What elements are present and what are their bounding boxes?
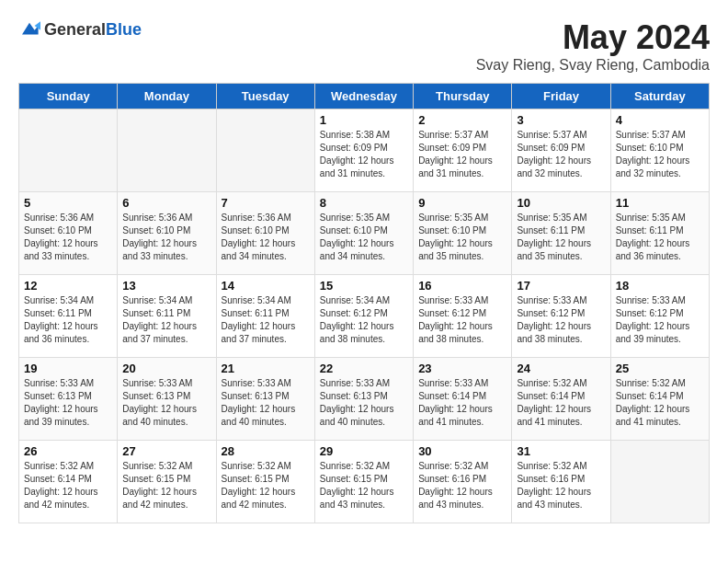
month-title: May 2024 — [476, 18, 710, 57]
calendar-cell: 28Sunrise: 5:32 AM Sunset: 6:15 PM Dayli… — [216, 441, 314, 523]
day-info: Sunrise: 5:32 AM Sunset: 6:15 PM Dayligh… — [222, 460, 310, 511]
day-info: Sunrise: 5:37 AM Sunset: 6:09 PM Dayligh… — [517, 129, 605, 180]
logo-general: General — [44, 20, 106, 39]
day-header-friday: Friday — [512, 84, 610, 109]
calendar-cell: 11Sunrise: 5:35 AM Sunset: 6:11 PM Dayli… — [610, 192, 709, 275]
calendar-table: SundayMondayTuesdayWednesdayThursdayFrid… — [18, 83, 710, 523]
day-info: Sunrise: 5:32 AM Sunset: 6:15 PM Dayligh… — [122, 460, 210, 511]
calendar-cell: 26Sunrise: 5:32 AM Sunset: 6:14 PM Dayli… — [19, 441, 118, 523]
day-info: Sunrise: 5:37 AM Sunset: 6:10 PM Dayligh… — [616, 129, 704, 180]
day-number: 25 — [616, 362, 704, 375]
day-info: Sunrise: 5:35 AM Sunset: 6:10 PM Dayligh… — [320, 212, 408, 263]
day-number: 13 — [122, 279, 210, 293]
calendar-cell: 24Sunrise: 5:32 AM Sunset: 6:14 PM Dayli… — [512, 358, 610, 441]
day-number: 19 — [24, 362, 112, 375]
calendar-cell: 21Sunrise: 5:33 AM Sunset: 6:13 PM Dayli… — [216, 358, 314, 441]
day-number: 30 — [418, 444, 506, 458]
day-number: 31 — [517, 444, 605, 458]
day-info: Sunrise: 5:33 AM Sunset: 6:13 PM Dayligh… — [24, 377, 112, 429]
calendar-cell: 23Sunrise: 5:33 AM Sunset: 6:14 PM Dayli… — [414, 358, 512, 441]
day-info: Sunrise: 5:33 AM Sunset: 6:14 PM Dayligh… — [418, 377, 506, 429]
day-header-thursday: Thursday — [414, 84, 512, 109]
day-info: Sunrise: 5:33 AM Sunset: 6:12 PM Dayligh… — [616, 294, 704, 346]
day-number: 8 — [320, 196, 408, 210]
day-number: 5 — [24, 196, 112, 210]
day-info: Sunrise: 5:38 AM Sunset: 6:09 PM Dayligh… — [320, 129, 408, 180]
svg-marker-0 — [22, 23, 39, 35]
logo-blue: Blue — [106, 20, 142, 39]
day-info: Sunrise: 5:32 AM Sunset: 6:16 PM Dayligh… — [418, 460, 506, 511]
day-number: 4 — [616, 113, 704, 127]
day-header-monday: Monday — [118, 84, 216, 109]
calendar-cell: 8Sunrise: 5:35 AM Sunset: 6:10 PM Daylig… — [314, 192, 413, 275]
day-info: Sunrise: 5:36 AM Sunset: 6:10 PM Dayligh… — [24, 212, 112, 263]
day-number: 7 — [222, 196, 310, 210]
calendar-cell: 10Sunrise: 5:35 AM Sunset: 6:11 PM Dayli… — [512, 192, 610, 275]
calendar-cell: 4Sunrise: 5:37 AM Sunset: 6:10 PM Daylig… — [610, 109, 709, 192]
calendar-cell: 1Sunrise: 5:38 AM Sunset: 6:09 PM Daylig… — [314, 109, 413, 192]
calendar-cell: 2Sunrise: 5:37 AM Sunset: 6:09 PM Daylig… — [414, 109, 512, 192]
day-info: Sunrise: 5:35 AM Sunset: 6:11 PM Dayligh… — [616, 212, 704, 263]
day-info: Sunrise: 5:33 AM Sunset: 6:13 PM Dayligh… — [320, 377, 408, 429]
day-number: 9 — [418, 196, 506, 210]
day-number: 23 — [418, 362, 506, 375]
calendar-cell: 6Sunrise: 5:36 AM Sunset: 6:10 PM Daylig… — [118, 192, 216, 275]
day-info: Sunrise: 5:33 AM Sunset: 6:12 PM Dayligh… — [517, 294, 605, 346]
calendar-cell — [19, 109, 118, 192]
day-info: Sunrise: 5:33 AM Sunset: 6:13 PM Dayligh… — [222, 377, 310, 429]
day-number: 16 — [418, 279, 506, 293]
day-number: 2 — [418, 113, 506, 127]
logo: GeneralBlue — [18, 18, 142, 40]
calendar-cell: 25Sunrise: 5:32 AM Sunset: 6:14 PM Dayli… — [610, 358, 709, 441]
day-header-tuesday: Tuesday — [216, 84, 314, 109]
day-number: 26 — [24, 444, 112, 458]
calendar-cell: 9Sunrise: 5:35 AM Sunset: 6:10 PM Daylig… — [414, 192, 512, 275]
day-number: 17 — [517, 279, 605, 293]
calendar-cell — [118, 109, 216, 192]
calendar-cell: 3Sunrise: 5:37 AM Sunset: 6:09 PM Daylig… — [512, 109, 610, 192]
calendar-cell — [610, 441, 709, 523]
calendar-cell: 7Sunrise: 5:36 AM Sunset: 6:10 PM Daylig… — [216, 192, 314, 275]
day-number: 15 — [320, 279, 408, 293]
day-number: 12 — [24, 279, 112, 293]
calendar-cell: 29Sunrise: 5:32 AM Sunset: 6:15 PM Dayli… — [314, 441, 413, 523]
day-number: 29 — [320, 444, 408, 458]
calendar-cell: 14Sunrise: 5:34 AM Sunset: 6:11 PM Dayli… — [216, 275, 314, 358]
calendar-cell: 22Sunrise: 5:33 AM Sunset: 6:13 PM Dayli… — [314, 358, 413, 441]
calendar-cell: 5Sunrise: 5:36 AM Sunset: 6:10 PM Daylig… — [19, 192, 118, 275]
calendar-cell: 18Sunrise: 5:33 AM Sunset: 6:12 PM Dayli… — [610, 275, 709, 358]
day-info: Sunrise: 5:33 AM Sunset: 6:13 PM Dayligh… — [122, 377, 210, 429]
calendar-cell: 30Sunrise: 5:32 AM Sunset: 6:16 PM Dayli… — [414, 441, 512, 523]
day-number: 21 — [222, 362, 310, 375]
title-area: May 2024 Svay Rieng, Svay Rieng, Cambodi… — [476, 18, 710, 74]
day-number: 18 — [616, 279, 704, 293]
calendar-cell: 19Sunrise: 5:33 AM Sunset: 6:13 PM Dayli… — [19, 358, 118, 441]
day-info: Sunrise: 5:35 AM Sunset: 6:11 PM Dayligh… — [517, 212, 605, 263]
calendar-cell: 16Sunrise: 5:33 AM Sunset: 6:12 PM Dayli… — [414, 275, 512, 358]
calendar-cell: 31Sunrise: 5:32 AM Sunset: 6:16 PM Dayli… — [512, 441, 610, 523]
day-number: 20 — [122, 362, 210, 375]
day-info: Sunrise: 5:34 AM Sunset: 6:11 PM Dayligh… — [122, 294, 210, 346]
calendar-cell: 27Sunrise: 5:32 AM Sunset: 6:15 PM Dayli… — [118, 441, 216, 523]
day-number: 28 — [222, 444, 310, 458]
day-info: Sunrise: 5:32 AM Sunset: 6:14 PM Dayligh… — [24, 460, 112, 511]
day-info: Sunrise: 5:33 AM Sunset: 6:12 PM Dayligh… — [418, 294, 506, 346]
day-header-sunday: Sunday — [19, 84, 118, 109]
calendar-cell — [216, 109, 314, 192]
day-number: 24 — [517, 362, 605, 375]
day-number: 22 — [320, 362, 408, 375]
header: GeneralBlue May 2024 Svay Rieng, Svay Ri… — [18, 18, 710, 74]
calendar-cell: 15Sunrise: 5:34 AM Sunset: 6:12 PM Dayli… — [314, 275, 413, 358]
day-info: Sunrise: 5:32 AM Sunset: 6:14 PM Dayligh… — [517, 377, 605, 429]
day-number: 3 — [517, 113, 605, 127]
day-info: Sunrise: 5:32 AM Sunset: 6:14 PM Dayligh… — [616, 377, 704, 429]
day-number: 6 — [122, 196, 210, 210]
day-info: Sunrise: 5:34 AM Sunset: 6:11 PM Dayligh… — [24, 294, 112, 346]
day-info: Sunrise: 5:32 AM Sunset: 6:16 PM Dayligh… — [517, 460, 605, 511]
calendar-cell: 20Sunrise: 5:33 AM Sunset: 6:13 PM Dayli… — [118, 358, 216, 441]
day-number: 10 — [517, 196, 605, 210]
day-info: Sunrise: 5:32 AM Sunset: 6:15 PM Dayligh… — [320, 460, 408, 511]
day-info: Sunrise: 5:37 AM Sunset: 6:09 PM Dayligh… — [418, 129, 506, 180]
calendar-cell: 17Sunrise: 5:33 AM Sunset: 6:12 PM Dayli… — [512, 275, 610, 358]
day-header-saturday: Saturday — [610, 84, 709, 109]
